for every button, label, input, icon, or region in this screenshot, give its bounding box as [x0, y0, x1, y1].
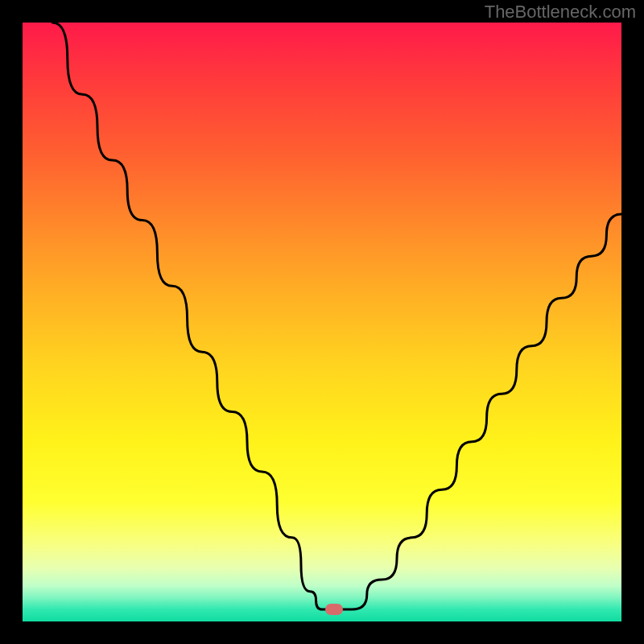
bottleneck-curve [23, 23, 621, 621]
watermark-label: TheBottleneck.com [485, 2, 636, 23]
chart-plot-area [23, 23, 621, 621]
optimal-point-marker [325, 604, 343, 615]
